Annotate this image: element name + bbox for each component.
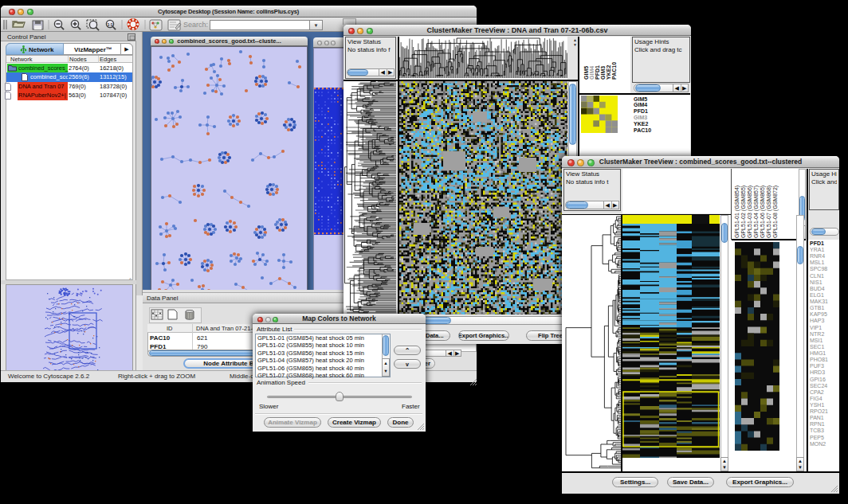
svg-text:1:1: 1:1 [107, 22, 112, 27]
